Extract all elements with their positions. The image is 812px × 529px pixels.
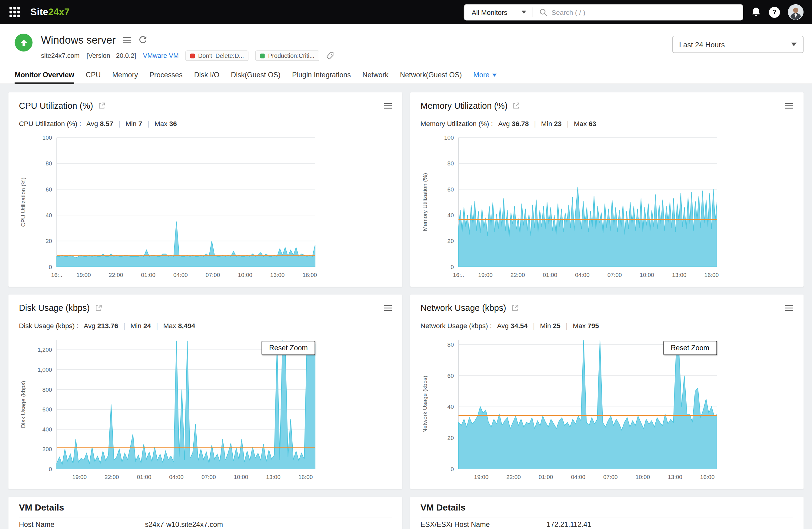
svg-text:16:00: 16:00 — [704, 272, 719, 278]
memory-chart[interactable]: 02040608010016:..19:0022:0001:0004:0007:… — [429, 130, 728, 281]
monitor-main: Windows server site24x7.com [Version - 2… — [41, 32, 334, 67]
svg-text:16:00: 16:00 — [299, 474, 313, 480]
separator: | — [566, 322, 567, 329]
page-title: Windows server — [41, 34, 116, 46]
stat-avg: Avg 213.76 — [84, 322, 118, 329]
svg-text:01:00: 01:00 — [137, 474, 151, 480]
reset-zoom-button[interactable]: Reset Zoom — [663, 341, 716, 355]
svg-text:22:00: 22:00 — [109, 272, 123, 278]
separator: | — [147, 119, 149, 127]
chart-stats: CPU Utilization (%) : Avg 8.57 | Min 7 |… — [19, 119, 391, 128]
stat-max: Max 795 — [572, 322, 599, 329]
tag-chip-dont-delete[interactable]: Don't_Delete:D... — [185, 50, 248, 61]
chart-stats: Disk Usage (kbps) : Avg 213.76 | Min 24 … — [19, 321, 391, 330]
stat-avg: Avg 34.54 — [497, 322, 527, 329]
svg-text:20: 20 — [447, 435, 453, 441]
vm-details-card-guest: VM Details Host Name s24x7-w10.site24x7.… — [9, 497, 402, 529]
vm-detail-value: 172.21.112.41 — [547, 520, 591, 528]
svg-text:07:00: 07:00 — [202, 474, 216, 480]
tab-more[interactable]: More — [473, 71, 497, 84]
refresh-icon[interactable] — [139, 36, 147, 44]
apps-grid-icon[interactable] — [10, 7, 20, 18]
tag-chip-production[interactable]: Production:Criti... — [256, 50, 319, 61]
svg-text:10:00: 10:00 — [635, 474, 650, 480]
help-icon[interactable]: ? — [769, 7, 780, 18]
svg-text:100: 100 — [42, 134, 52, 141]
bell-icon[interactable] — [751, 7, 761, 18]
svg-text:13:00: 13:00 — [672, 272, 686, 278]
disk-chart[interactable]: Reset Zoom 02004006008001,0001,20019:002… — [27, 332, 327, 484]
chart-menu-icon[interactable] — [383, 103, 391, 108]
search-icon — [539, 8, 547, 16]
svg-text:200: 200 — [42, 446, 52, 452]
svg-text:07:00: 07:00 — [607, 272, 622, 278]
monitor-domain: site24x7.com — [41, 52, 80, 59]
tab-disk-io[interactable]: Disk I/O — [194, 71, 219, 84]
reset-zoom-button[interactable]: Reset Zoom — [262, 341, 315, 355]
svg-text:19:00: 19:00 — [72, 474, 87, 480]
expand-icon[interactable] — [95, 305, 102, 311]
search-input[interactable] — [551, 8, 736, 16]
tab-plugin-integrations[interactable]: Plugin Integrations — [292, 71, 351, 84]
disk-usage-card: Disk Usage (kbps) Disk Usage (kbps) : Av… — [9, 294, 402, 489]
tab-monitor-overview[interactable]: Monitor Overview — [15, 71, 74, 84]
search-box[interactable] — [533, 4, 743, 20]
tab-network-guest-os[interactable]: Network(Guest OS) — [400, 71, 462, 84]
svg-text:01:00: 01:00 — [543, 272, 557, 278]
expand-icon[interactable] — [99, 102, 105, 109]
memory-utilization-card: Memory Utilization (%) Memory Utilizatio… — [410, 92, 803, 286]
separator: | — [534, 119, 536, 127]
stat-max: Max 36 — [155, 119, 177, 127]
vm-details-card-host: VM Details ESX/ESXi Host Name 172.21.112… — [410, 497, 803, 529]
expand-icon[interactable] — [513, 102, 520, 109]
time-range-value: Last 24 Hours — [679, 40, 725, 49]
svg-text:16:..: 16:.. — [51, 272, 62, 278]
monitor-menu-icon[interactable] — [123, 36, 131, 43]
chart-menu-icon[interactable] — [383, 305, 391, 311]
svg-text:60: 60 — [45, 186, 52, 193]
stats-label: Network Usage (kbps) : — [421, 322, 492, 329]
topbar: Site24x7 All Monitors ? — [0, 0, 812, 24]
svg-text:22:00: 22:00 — [104, 474, 119, 480]
monitor-version: [Version - 20.0.2] — [86, 52, 136, 59]
chart-title: Network Usage (kbps) — [421, 303, 506, 313]
cpu-utilization-card: CPU Utilization (%) CPU Utilization (%) … — [9, 92, 402, 286]
all-monitors-dropdown[interactable]: All Monitors — [464, 4, 532, 20]
svg-text:600: 600 — [42, 406, 52, 413]
svg-text:19:00: 19:00 — [474, 474, 489, 480]
site24x7-logo[interactable]: Site24x7 — [31, 7, 70, 18]
chart-menu-icon[interactable] — [785, 103, 793, 108]
stat-min: Min 7 — [126, 119, 142, 127]
separator: | — [567, 119, 569, 127]
svg-text:19:00: 19:00 — [478, 272, 492, 278]
stat-max: Max 63 — [574, 119, 596, 127]
chart-menu-icon[interactable] — [785, 305, 793, 311]
svg-text:400: 400 — [42, 426, 52, 433]
svg-text:0: 0 — [450, 264, 453, 270]
vm-detail-value: s24x7-w10.site24x7.com — [145, 520, 223, 528]
search-pill: All Monitors — [464, 4, 743, 20]
tab-network[interactable]: Network — [362, 71, 388, 84]
svg-text:80: 80 — [45, 160, 52, 167]
svg-text:19:00: 19:00 — [76, 272, 91, 278]
tab-cpu[interactable]: CPU — [86, 71, 101, 84]
time-range-dropdown[interactable]: Last 24 Hours — [672, 36, 803, 53]
cpu-chart[interactable]: 02040608010016:..19:0022:0001:0004:0007:… — [27, 130, 327, 281]
tab-memory[interactable]: Memory — [112, 71, 138, 84]
chart-title: Disk Usage (kbps) — [19, 303, 90, 313]
svg-text:10:00: 10:00 — [639, 272, 654, 278]
monitor-header: Windows server site24x7.com [Version - 2… — [0, 24, 812, 67]
stats-label: Disk Usage (kbps) : — [19, 322, 78, 329]
svg-text:07:00: 07:00 — [603, 474, 618, 480]
tag-icon[interactable] — [326, 52, 334, 60]
network-usage-card: Network Usage (kbps) Network Usage (kbps… — [410, 294, 803, 489]
expand-icon[interactable] — [511, 305, 518, 311]
svg-text:0: 0 — [49, 466, 52, 472]
svg-text:40: 40 — [45, 212, 52, 218]
tab-disk-guest-os[interactable]: Disk(Guest OS) — [231, 71, 280, 84]
tab-processes[interactable]: Processes — [149, 71, 183, 84]
vmware-vm-link[interactable]: VMware VM — [143, 52, 179, 59]
network-chart[interactable]: Reset Zoom 02040608019:0022:0001:0004:00… — [429, 332, 728, 484]
svg-text:04:00: 04:00 — [571, 474, 585, 480]
avatar[interactable] — [788, 4, 803, 20]
